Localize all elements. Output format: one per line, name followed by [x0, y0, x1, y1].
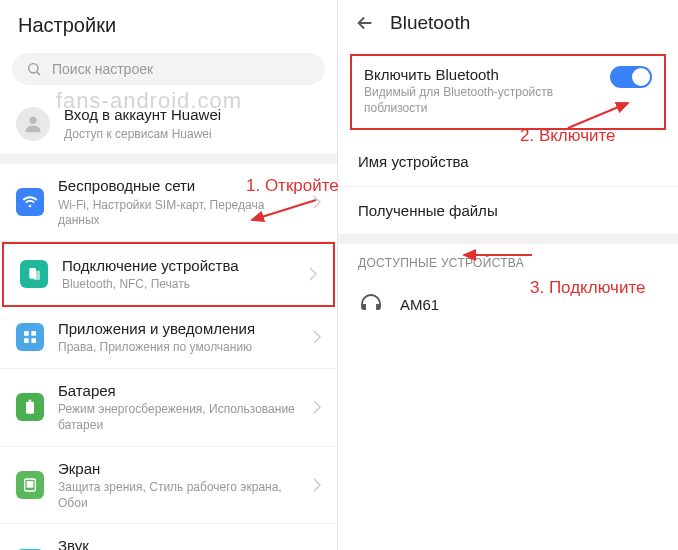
- chevron-right-icon: [313, 330, 321, 344]
- row-sub: Права, Приложения по умолчанию: [58, 340, 299, 356]
- account-title: Вход в аккаунт Huawei: [64, 105, 321, 125]
- bluetooth-header: Bluetooth: [338, 0, 678, 46]
- device-name: AM61: [400, 295, 439, 315]
- battery-icon: [16, 393, 44, 421]
- device-connection-row[interactable]: Подключение устройства Bluetooth, NFC, П…: [2, 242, 335, 307]
- device-icon: [20, 260, 48, 288]
- svg-point-2: [29, 116, 36, 123]
- bluetooth-panel: Bluetooth Включить Bluetooth Видимый для…: [338, 0, 678, 550]
- back-arrow-icon[interactable]: [354, 12, 376, 34]
- account-row[interactable]: Вход в аккаунт Huawei Доступ к сервисам …: [0, 93, 337, 154]
- row-title: Беспроводные сети: [58, 176, 299, 196]
- display-row[interactable]: Экран Защита зрения, Стиль рабочего экра…: [0, 447, 337, 525]
- received-files-label: Полученные файлы: [358, 201, 498, 221]
- svg-rect-12: [27, 481, 34, 488]
- row-title: Экран: [58, 459, 299, 479]
- available-devices-header: ДОСТУПНЫЕ УСТРОЙСТВА: [338, 244, 678, 278]
- row-sub: Защита зрения, Стиль рабочего экрана, Об…: [58, 480, 299, 511]
- svg-rect-10: [29, 400, 32, 402]
- search-placeholder: Поиск настроек: [52, 61, 153, 77]
- settings-panel: Настройки Поиск настроек Вход в аккаунт …: [0, 0, 338, 550]
- enable-title: Включить Bluetooth: [364, 66, 600, 83]
- svg-rect-5: [24, 331, 29, 336]
- enable-sub: Видимый для Bluetooth-устройств поблизос…: [364, 85, 600, 116]
- device-name-row[interactable]: Имя устройства: [338, 138, 678, 187]
- svg-rect-6: [31, 331, 36, 336]
- received-files-row[interactable]: Полученные файлы: [338, 187, 678, 235]
- chevron-right-icon: [309, 267, 317, 281]
- row-sub: Wi-Fi, Настройки SIM-карт, Передача данн…: [58, 198, 299, 229]
- svg-line-1: [37, 72, 40, 75]
- account-sub: Доступ к сервисам Huawei: [64, 127, 321, 143]
- row-sub: Режим энергосбережения, Использование ба…: [58, 402, 299, 433]
- svg-point-0: [29, 64, 38, 73]
- headphones-icon: [358, 292, 384, 318]
- device-am61-row[interactable]: AM61: [338, 278, 678, 332]
- chevron-right-icon: [313, 400, 321, 414]
- enable-bluetooth-row[interactable]: Включить Bluetooth Видимый для Bluetooth…: [350, 54, 666, 130]
- svg-rect-8: [31, 339, 36, 344]
- avatar-icon: [16, 107, 50, 141]
- bluetooth-toggle[interactable]: [610, 66, 652, 88]
- row-sub: Bluetooth, NFC, Печать: [62, 277, 295, 293]
- sound-row[interactable]: Звук Не беспокоить, Мелодия вызова, Вибр…: [0, 524, 337, 550]
- wireless-row[interactable]: Беспроводные сети Wi-Fi, Настройки SIM-к…: [0, 164, 337, 242]
- svg-rect-7: [24, 339, 29, 344]
- wifi-icon: [16, 188, 44, 216]
- svg-rect-4: [33, 271, 40, 280]
- row-title: Звук: [58, 536, 299, 550]
- device-name-label: Имя устройства: [358, 152, 469, 172]
- row-title: Приложения и уведомления: [58, 319, 299, 339]
- svg-rect-9: [26, 402, 34, 414]
- search-icon: [26, 61, 42, 77]
- battery-row[interactable]: Батарея Режим энергосбережения, Использо…: [0, 369, 337, 447]
- apps-icon: [16, 323, 44, 351]
- divider: [0, 154, 337, 164]
- chevron-right-icon: [313, 478, 321, 492]
- settings-header: Настройки: [0, 0, 337, 49]
- bluetooth-title: Bluetooth: [390, 12, 470, 34]
- apps-row[interactable]: Приложения и уведомления Права, Приложен…: [0, 307, 337, 369]
- row-title: Подключение устройства: [62, 256, 295, 276]
- display-icon: [16, 471, 44, 499]
- divider: [338, 234, 678, 244]
- chevron-right-icon: [313, 195, 321, 209]
- row-title: Батарея: [58, 381, 299, 401]
- search-input[interactable]: Поиск настроек: [12, 53, 325, 85]
